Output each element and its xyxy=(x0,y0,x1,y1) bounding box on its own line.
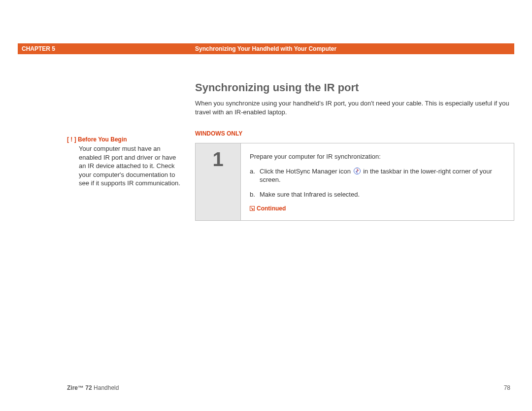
before-you-begin-sidebar: [ ! ] Before You Begin Your computer mus… xyxy=(67,136,180,188)
before-you-begin-body: Your computer must have an enabled IR po… xyxy=(79,144,180,188)
chapter-label: CHAPTER 5 xyxy=(18,45,195,52)
alert-marker-icon: [ ! ] xyxy=(67,136,76,143)
step-number-cell: 1 xyxy=(196,143,241,220)
before-you-begin-heading: [ ! ] Before You Begin xyxy=(67,136,180,143)
step-box: 1 Prepare your computer for IR synchroni… xyxy=(195,143,514,221)
step-item-a: a. Click the HotSync Manager icon in the… xyxy=(250,167,505,184)
section-title: Synchronizing using the IR port xyxy=(195,81,514,94)
continued-label: Continued xyxy=(257,205,286,212)
main-column: Synchronizing using the IR port When you… xyxy=(195,81,514,137)
product-name: Zire™ 72 Handheld xyxy=(67,384,119,391)
page-number: 78 xyxy=(504,384,510,391)
step-item-text: Click the HotSync Manager icon in the ta… xyxy=(260,167,505,184)
step-item-marker: b. xyxy=(250,190,260,199)
hotsync-icon xyxy=(354,168,361,174)
step-number: 1 xyxy=(212,148,223,220)
step-intro: Prepare your computer for IR synchroniza… xyxy=(250,152,505,161)
step-list: a. Click the HotSync Manager icon in the… xyxy=(250,167,505,199)
chapter-header-bar: CHAPTER 5 Synchronizing Your Handheld wi… xyxy=(18,43,514,54)
windows-only-label: WINDOWS ONLY xyxy=(195,130,514,137)
before-you-begin-label: Before You Begin xyxy=(78,136,127,143)
section-intro: When you synchronize using your handheld… xyxy=(195,99,514,116)
step-item-text: Make sure that Infrared is selected. xyxy=(260,190,505,199)
chapter-title: Synchronizing Your Handheld with Your Co… xyxy=(195,45,514,52)
step-item-marker: a. xyxy=(250,167,260,184)
continued-indicator: ↘ Continued xyxy=(250,205,505,212)
step-body: Prepare your computer for IR synchroniza… xyxy=(241,143,514,220)
continued-arrow-icon: ↘ xyxy=(250,206,255,211)
page-footer: Zire™ 72 Handheld 78 xyxy=(18,384,514,391)
step-item-b: b. Make sure that Infrared is selected. xyxy=(250,190,505,199)
